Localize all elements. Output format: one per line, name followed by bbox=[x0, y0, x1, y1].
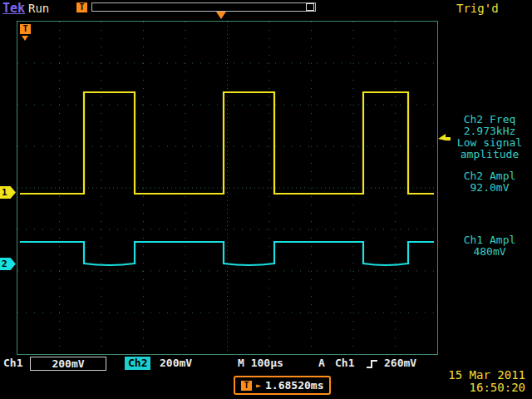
trigger-source: Ch1 bbox=[335, 357, 354, 370]
measurement-ch2-ampl: Ch2 Ampl 92.0mV bbox=[446, 170, 532, 194]
delay-trigger-marker: T bbox=[241, 381, 252, 391]
brand-logo: Tek bbox=[2, 1, 25, 16]
oscilloscope-screen: Tek Run T Trig'd T 1 2 Ch2 Freq 2.973kHz… bbox=[0, 0, 532, 399]
ch1-readout-label: Ch1 bbox=[3, 357, 22, 370]
trigger-position-icon bbox=[216, 12, 226, 19]
right-arrow-icon: ► bbox=[256, 382, 261, 390]
measurement-warning: Low signal bbox=[446, 137, 532, 149]
ch2-readout-label: Ch2 bbox=[125, 357, 150, 370]
trigger-status: Trig'd bbox=[456, 2, 499, 15]
measurement-ch1-ampl: Ch1 Ampl 480mV bbox=[446, 234, 532, 258]
measurement-value: 92.0mV bbox=[446, 182, 532, 194]
trace-ch2 bbox=[20, 242, 434, 265]
record-view-bar bbox=[91, 2, 316, 12]
measurement-label: Ch2 Ampl bbox=[446, 170, 532, 182]
measurement-value: 480mV bbox=[446, 246, 532, 258]
measurement-warning: amplitude bbox=[446, 149, 532, 160]
acquisition-status: Run bbox=[28, 2, 49, 15]
measurement-label: Ch1 Ampl bbox=[446, 234, 532, 246]
trigger-level-readout: 260mV bbox=[384, 357, 416, 370]
record-window-indicator bbox=[306, 3, 314, 11]
delay-value: 1.68520ms bbox=[265, 379, 323, 392]
pretrigger-marker: T bbox=[20, 24, 31, 34]
graticule-svg bbox=[17, 22, 437, 354]
ch1-scale: 200mV bbox=[30, 357, 106, 371]
measurement-value: 2.973kHz bbox=[446, 126, 532, 137]
measurement-label: Ch2 Freq bbox=[446, 114, 532, 126]
delay-readout: T ► 1.68520ms bbox=[234, 376, 331, 395]
rising-edge-icon bbox=[366, 359, 379, 369]
ch2-position-tag: 2 bbox=[0, 258, 16, 270]
date-text: 15 Mar 2011 bbox=[448, 369, 525, 382]
ch1-position-tag: 1 bbox=[0, 186, 16, 199]
measurement-ch2-freq: Ch2 Freq 2.973kHz Low signal amplitude bbox=[446, 114, 532, 160]
graticule: T bbox=[17, 21, 438, 355]
timebase-readout: M 100µs bbox=[238, 357, 283, 370]
time-text: 16:50:20 bbox=[448, 382, 525, 394]
record-trigger-marker: T bbox=[76, 2, 87, 12]
trigger-prefix: A bbox=[318, 357, 325, 370]
ch2-scale: 200mV bbox=[160, 357, 192, 370]
pretrigger-arrow-icon bbox=[22, 36, 28, 41]
datetime: 15 Mar 2011 16:50:20 bbox=[448, 369, 525, 394]
